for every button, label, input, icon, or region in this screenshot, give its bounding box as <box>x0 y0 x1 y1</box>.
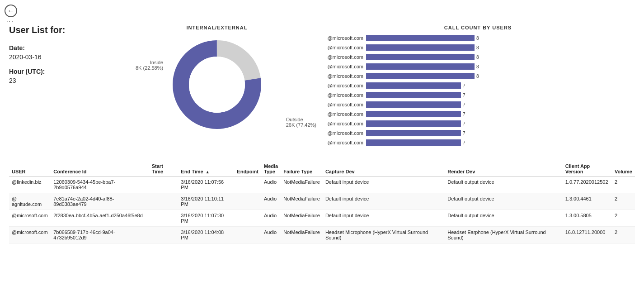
col-media-type: MediaType <box>261 162 281 177</box>
bar-row: @microsoft.com8 <box>321 62 635 71</box>
bar-row: @microsoft.com7 <box>321 139 635 147</box>
bar-fill <box>366 63 475 70</box>
table-row: @microsoft.com7b066589-717b-46cd-9a04-47… <box>9 227 635 244</box>
top-section: User List for: Date: 2020-03-16 Hour (UT… <box>0 0 644 157</box>
bar-row: @microsoft.com8 <box>321 53 635 61</box>
col-client-app-version: Client App Version <box>563 162 612 177</box>
table-cell: NotMediaFailure <box>281 193 323 210</box>
bar-label: @microsoft.com <box>321 102 366 107</box>
table-cell: NotMediaFailure <box>281 227 323 244</box>
col-volume: Volume <box>612 162 635 177</box>
hour-label: Hour (UTC): <box>9 68 113 75</box>
table-cell <box>234 193 261 210</box>
table-cell: 2 <box>612 227 635 244</box>
outside-label: Outside 26K (77.42%) <box>286 117 316 128</box>
bar-row: @microsoft.com7 <box>321 110 635 118</box>
bar-value: 8 <box>476 36 479 41</box>
bar-value: 7 <box>463 140 465 145</box>
table-cell: Audio <box>261 227 281 244</box>
bar-label: @microsoft.com <box>321 54 366 60</box>
bar-label: @microsoft.com <box>321 130 366 136</box>
svg-point-2 <box>189 57 245 113</box>
ellipsis-menu: ... <box>6 16 14 23</box>
table-body: @linkedin.biz12060309-5434-45be-bba7-2b9… <box>9 177 635 244</box>
bar-row: @microsoft.com7 <box>321 81 635 90</box>
bar-label: @microsoft.com <box>321 73 366 79</box>
table-cell: Default input device <box>323 177 445 193</box>
table-cell: 2f2830ea-bbcf-4b5a-aef1-d250a46f5e8d <box>51 210 149 227</box>
bar-chart-section: CALL COUNT BY USERS @microsoft.com8@micr… <box>321 25 635 148</box>
table-cell: 7b066589-717b-46cd-9a04-4732b95012d9 <box>51 227 149 244</box>
table-cell: Default output device <box>445 193 563 210</box>
table-cell: Default output device <box>445 177 563 193</box>
table-row: @ agnitude.com7e81a74e-2a02-4d40-af88-89… <box>9 193 635 210</box>
bar-value: 7 <box>463 131 465 136</box>
col-user: USER <box>9 162 51 177</box>
bar-fill <box>366 73 475 79</box>
bar-fill <box>366 92 461 98</box>
bar-chart-title: CALL COUNT BY USERS <box>321 25 635 30</box>
table-cell: 1.0.77.2020012502 <box>563 177 612 193</box>
table-cell: 3/16/2020 11:07:30 PM <box>178 210 234 227</box>
bar-label: @microsoft.com <box>321 111 366 117</box>
table-cell <box>234 227 261 244</box>
table-header: USER Conference Id Start Time End Time ▲… <box>9 162 635 177</box>
bar-value: 8 <box>476 64 479 69</box>
hour-field: Hour (UTC): 23 <box>9 68 113 84</box>
table-cell: Default output device <box>445 210 563 227</box>
bar-fill <box>366 35 475 41</box>
table-cell: Audio <box>261 193 281 210</box>
table-cell: 2 <box>612 210 635 227</box>
bar-label: @microsoft.com <box>321 92 366 98</box>
bar-fill <box>366 101 461 108</box>
table-cell: 12060309-5434-45be-bba7-2b9d0576a944 <box>51 177 149 193</box>
bar-label: @microsoft.com <box>321 45 366 50</box>
table-cell: @microsoft.com <box>9 210 51 227</box>
bar-value: 8 <box>476 55 479 60</box>
bar-row: @microsoft.com7 <box>321 119 635 128</box>
table-cell: @linkedin.biz <box>9 177 51 193</box>
bar-fill <box>366 44 475 51</box>
user-list-title: User List for: <box>9 25 113 35</box>
bar-fill <box>366 111 461 117</box>
bar-row: @microsoft.com8 <box>321 34 635 42</box>
bar-label: @microsoft.com <box>321 83 366 88</box>
bar-label: @microsoft.com <box>321 35 366 41</box>
bar-value: 7 <box>463 102 465 107</box>
bar-value: 7 <box>463 93 465 98</box>
table-cell: 1.3.00.5805 <box>563 210 612 227</box>
table-cell: 3/16/2020 11:10:11 PM <box>178 193 234 210</box>
bar-label: @microsoft.com <box>321 140 366 145</box>
col-render-dev: Render Dev <box>445 162 563 177</box>
bar-fill <box>366 130 461 136</box>
table-cell: Audio <box>261 210 281 227</box>
table-header-row: USER Conference Id Start Time End Time ▲… <box>9 162 635 177</box>
table-cell <box>234 177 261 193</box>
bar-label: @microsoft.com <box>321 121 366 126</box>
bar-row: @microsoft.com7 <box>321 129 635 137</box>
date-value: 2020-03-16 <box>9 53 113 61</box>
hour-value: 23 <box>9 77 113 84</box>
table-row: @microsoft.com2f2830ea-bbcf-4b5a-aef1-d2… <box>9 210 635 227</box>
col-conference-id: Conference Id <box>51 162 149 177</box>
table-cell <box>149 210 179 227</box>
table-cell: 3/16/2020 11:07:56 PM <box>178 177 234 193</box>
bar-value: 8 <box>476 74 479 79</box>
table-cell <box>149 177 179 193</box>
col-endpoint: Endpoint <box>234 162 261 177</box>
bar-row: @microsoft.com8 <box>321 72 635 80</box>
table-row: @linkedin.biz12060309-5434-45be-bba7-2b9… <box>9 177 635 193</box>
data-table: USER Conference Id Start Time End Time ▲… <box>9 162 635 244</box>
back-button[interactable]: ← <box>5 5 17 17</box>
table-cell: @ agnitude.com <box>9 193 51 210</box>
table-cell: Audio <box>261 177 281 193</box>
table-section: USER Conference Id Start Time End Time ▲… <box>0 157 644 248</box>
bar-fill <box>366 139 461 146</box>
table-cell: Default input device <box>323 210 445 227</box>
donut-chart-title: INTERNAL/EXTERNAL <box>122 25 312 30</box>
table-cell: NotMediaFailure <box>281 177 323 193</box>
bar-value: 7 <box>463 121 465 126</box>
bar-fill <box>366 120 461 127</box>
sort-icon[interactable]: ▲ <box>206 170 210 174</box>
bar-fill <box>366 54 475 60</box>
